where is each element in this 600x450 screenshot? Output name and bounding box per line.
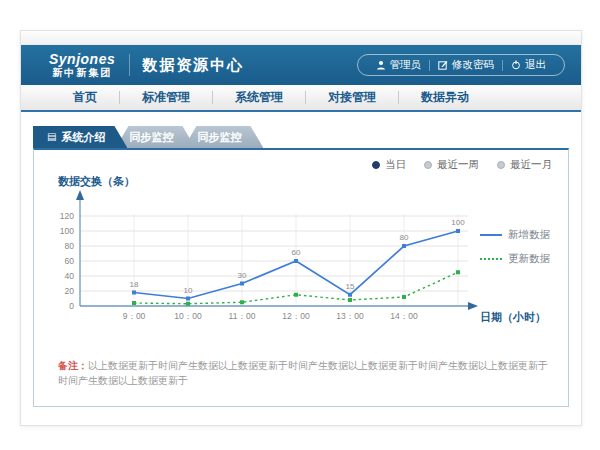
svg-text:14：00: 14：00 [390, 311, 418, 321]
nav-item-standard-mgmt[interactable]: 标准管理 [120, 89, 212, 106]
legend-item-updated-data[interactable]: 更新数据 [480, 252, 558, 266]
user-menu-admin[interactable]: 管理员 [368, 58, 430, 72]
svg-text:10: 10 [184, 286, 193, 295]
svg-text:20: 20 [65, 286, 75, 296]
range-option-last-month-label: 最近一月 [510, 158, 552, 172]
svg-text:11：00: 11：00 [229, 311, 256, 321]
solid-line-swatch [480, 234, 502, 236]
svg-text:100: 100 [451, 218, 465, 227]
chart-legend: 新增数据 更新数据 [480, 228, 558, 266]
tab-sync-monitor-1[interactable]: 同步监控 [115, 126, 195, 148]
footnote: 备注：以上数据更新于时间产生数据以上数据更新于时间产生数据以上数据更新于时间产生… [58, 358, 548, 388]
x-axis-title: 日期（小时） [480, 310, 546, 325]
legend-new-data-label: 新增数据 [508, 228, 550, 242]
change-password-button[interactable]: 修改密码 [430, 58, 502, 72]
legend-item-new-data[interactable]: 新增数据 [480, 228, 558, 242]
line-chart: 0204060801001209：0010：0011：0012：0013：001… [40, 188, 490, 336]
svg-text:10：00: 10：00 [174, 311, 202, 321]
user-icon [376, 60, 386, 70]
main-content: ▤ 系统介绍 同步监控 同步监控 当日 最近一周 [21, 112, 581, 407]
change-password-label: 修改密码 [452, 58, 494, 72]
svg-text:30: 30 [238, 271, 247, 280]
range-option-last-week[interactable]: 最近一周 [424, 158, 479, 172]
user-menu-admin-label: 管理员 [390, 58, 422, 72]
footnote-label: 备注： [58, 360, 88, 371]
radio-dot [372, 161, 380, 169]
nav-item-home[interactable]: 首页 [51, 89, 119, 106]
header-divider [129, 54, 130, 76]
nav-item-data-change[interactable]: 数据异动 [399, 89, 491, 106]
range-option-last-month[interactable]: 最近一月 [497, 158, 552, 172]
svg-text:80: 80 [400, 233, 409, 242]
brand-logo: Synjones 新中新集团 [49, 52, 115, 78]
range-option-last-week-label: 最近一周 [437, 158, 479, 172]
svg-text:60: 60 [292, 248, 301, 257]
tab-sync-monitor-1-label: 同步监控 [129, 130, 173, 145]
tab-system-intro[interactable]: ▤ 系统介绍 [33, 126, 127, 148]
legend-updated-data-label: 更新数据 [508, 252, 550, 266]
edit-icon [438, 60, 448, 70]
tab-system-intro-label: 系统介绍 [61, 130, 105, 145]
svg-text:15: 15 [346, 282, 355, 291]
brand-logo-en: Synjones [49, 52, 115, 66]
svg-text:12：00: 12：00 [282, 311, 310, 321]
logout-label: 退出 [525, 58, 546, 72]
dotted-line-swatch [480, 258, 502, 260]
user-menu: 管理员 修改密码 退出 [357, 54, 566, 76]
tab-bar: ▤ 系统介绍 同步监控 同步监控 [33, 126, 569, 148]
radio-dot [497, 161, 505, 169]
svg-text:60: 60 [65, 256, 75, 266]
svg-text:9：00: 9：00 [123, 311, 146, 321]
radio-dot [424, 161, 432, 169]
tab-sync-monitor-2-label: 同步监控 [197, 130, 241, 145]
logout-button[interactable]: 退出 [503, 58, 554, 72]
power-icon [511, 60, 521, 70]
window-top-strip [21, 31, 581, 45]
time-range-selector: 当日 最近一周 最近一月 [372, 158, 552, 172]
chart-panel: 当日 最近一周 最近一月 数据交换（条） 0204060801001209：00… [33, 148, 569, 407]
svg-text:13：00: 13：00 [336, 311, 364, 321]
y-axis-title: 数据交换（条） [58, 174, 135, 189]
svg-text:80: 80 [65, 241, 75, 251]
app-header: Synjones 新中新集团 数据资源中心 管理员 修改密码 [21, 45, 581, 85]
range-option-today-label: 当日 [385, 158, 406, 172]
brand-logo-cn: 新中新集团 [49, 68, 115, 78]
svg-text:100: 100 [60, 226, 74, 236]
document-icon: ▤ [47, 132, 56, 142]
main-nav: 首页 标准管理 系统管理 对接管理 数据异动 [21, 85, 581, 112]
svg-text:18: 18 [130, 280, 139, 289]
svg-text:120: 120 [60, 211, 74, 221]
svg-text:0: 0 [69, 301, 74, 311]
svg-text:40: 40 [65, 271, 75, 281]
app-title: 数据资源中心 [142, 56, 244, 75]
nav-item-system-mgmt[interactable]: 系统管理 [213, 89, 305, 106]
range-option-today[interactable]: 当日 [372, 158, 406, 172]
nav-item-interface-mgmt[interactable]: 对接管理 [306, 89, 398, 106]
app-window: Synjones 新中新集团 数据资源中心 管理员 修改密码 [20, 30, 582, 426]
footnote-text: 以上数据更新于时间产生数据以上数据更新于时间产生数据以上数据更新于时间产生数据以… [58, 360, 548, 386]
tab-sync-monitor-2[interactable]: 同步监控 [183, 126, 263, 148]
